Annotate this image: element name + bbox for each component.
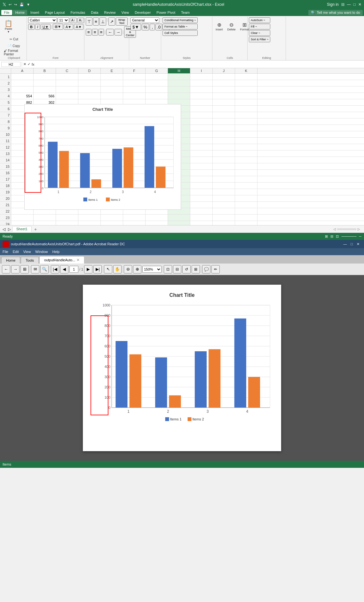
indent-dec-btn[interactable]: ←	[106, 29, 114, 36]
table-cell[interactable]	[190, 183, 213, 189]
view-normal-btn[interactable]: ⊞	[325, 234, 328, 239]
table-cell[interactable]	[213, 93, 235, 99]
pdf-fit-width-btn[interactable]: ⊟	[173, 265, 181, 273]
table-cell[interactable]	[56, 221, 78, 225]
col-header-j[interactable]: J	[213, 68, 235, 73]
table-cell[interactable]: 554	[11, 93, 34, 99]
table-cell[interactable]	[11, 80, 34, 86]
table-cell[interactable]	[235, 195, 257, 201]
table-cell[interactable]	[213, 125, 235, 131]
table-cell[interactable]	[235, 189, 257, 195]
table-cell[interactable]	[190, 131, 213, 137]
pdf-last-page-btn[interactable]: ▶|	[93, 265, 102, 273]
pdf-max-btn[interactable]: □	[349, 242, 355, 246]
signin-btn[interactable]: Sign in	[327, 2, 339, 7]
pdf-zoom-out-btn[interactable]: ⊖	[124, 265, 132, 273]
table-cell[interactable]	[213, 195, 235, 201]
table-cell[interactable]	[11, 74, 34, 80]
pdf-tab-document[interactable]: outputHandleAuto... ✕	[39, 256, 84, 264]
pdf-menu-view[interactable]: View	[23, 250, 31, 254]
table-cell[interactable]	[190, 157, 213, 163]
table-cell[interactable]	[56, 93, 78, 99]
pdf-prev-page-btn[interactable]: ◀	[60, 265, 68, 273]
table-cell[interactable]	[101, 86, 123, 93]
table-cell[interactable]	[235, 221, 257, 225]
table-cell[interactable]	[78, 80, 101, 86]
font-name-select[interactable]: Calibri	[28, 17, 57, 23]
table-cell[interactable]	[78, 215, 101, 221]
align-left-btn[interactable]: ≡	[86, 29, 91, 36]
table-cell[interactable]	[168, 86, 190, 93]
menu-review[interactable]: Review	[101, 10, 118, 15]
table-cell[interactable]	[235, 138, 257, 144]
view-layout-btn[interactable]: ⊟	[330, 234, 333, 239]
table-cell[interactable]	[190, 125, 213, 131]
menu-developer[interactable]: Developer	[132, 10, 153, 15]
table-cell[interactable]	[213, 215, 235, 221]
number-format-select[interactable]: General	[131, 17, 159, 23]
border-btn[interactable]: ⊞▼	[53, 24, 63, 30]
table-cell[interactable]	[235, 163, 257, 169]
table-cell[interactable]	[168, 74, 190, 80]
pdf-min-btn[interactable]: —	[341, 242, 349, 246]
sort-filter-btn[interactable]: Sort & Filter ~	[249, 37, 270, 42]
table-cell[interactable]	[34, 80, 56, 86]
table-cell[interactable]	[78, 93, 101, 99]
redo-btn[interactable]: ↪	[14, 3, 17, 7]
table-cell[interactable]	[123, 86, 146, 93]
col-header-b[interactable]: B	[34, 68, 56, 73]
table-cell[interactable]	[11, 221, 34, 225]
autosum-btn[interactable]: AutoSum ~	[249, 17, 270, 23]
formula-input[interactable]	[36, 62, 363, 66]
table-cell[interactable]	[190, 138, 213, 144]
table-cell[interactable]	[235, 80, 257, 86]
menu-data[interactable]: Data	[88, 10, 101, 15]
table-cell[interactable]	[213, 208, 235, 214]
table-cell[interactable]	[235, 157, 257, 163]
table-cell[interactable]	[123, 80, 146, 86]
view-page-btn[interactable]: ⊡	[336, 234, 339, 239]
table-cell[interactable]	[235, 144, 257, 150]
table-cell[interactable]	[101, 221, 123, 225]
menu-power-pivot[interactable]: Power Pivot	[154, 10, 178, 15]
table-cell[interactable]	[213, 80, 235, 86]
insert-btn[interactable]: ⊕ Insert	[214, 17, 225, 35]
font-size-down-btn[interactable]: A↓	[77, 18, 84, 23]
pdf-first-page-btn[interactable]: |◀	[51, 265, 59, 273]
pdf-next-page-btn[interactable]: ▶	[84, 265, 92, 273]
table-cell[interactable]	[235, 86, 257, 93]
pdf-tab-tools[interactable]: Tools	[21, 257, 39, 264]
table-cell[interactable]	[190, 86, 213, 93]
copy-btn[interactable]: 📄 Copy	[3, 43, 25, 49]
menu-team[interactable]: Team	[178, 10, 192, 15]
table-cell[interactable]	[56, 86, 78, 93]
underline-btn[interactable]: U▼	[41, 24, 51, 30]
pdf-zoom-select[interactable]: 150%	[142, 266, 162, 273]
bold-btn[interactable]: B	[28, 24, 35, 30]
table-cell[interactable]	[101, 215, 123, 221]
table-cell[interactable]	[190, 195, 213, 201]
table-cell[interactable]	[190, 150, 213, 157]
insert-function-btn[interactable]: fx	[32, 62, 35, 66]
table-cell[interactable]	[190, 176, 213, 182]
pdf-hand-btn[interactable]: ✋	[113, 265, 122, 273]
menu-view[interactable]: View	[119, 10, 132, 15]
prev-sheet-btn[interactable]: ◁	[1, 227, 7, 232]
table-cell[interactable]: 566	[34, 93, 56, 99]
table-cell[interactable]	[213, 144, 235, 150]
table-cell[interactable]	[190, 163, 213, 169]
cell-styles-btn[interactable]: Cell Styles	[162, 30, 198, 36]
table-cell[interactable]	[146, 74, 168, 80]
wrap-text-btn[interactable]: Wrap Text	[116, 17, 128, 26]
table-cell[interactable]	[190, 189, 213, 195]
table-cell[interactable]	[190, 221, 213, 225]
align-top-btn[interactable]: ⊤	[86, 17, 92, 26]
pdf-menu-help[interactable]: Help	[52, 250, 59, 254]
table-cell[interactable]	[213, 74, 235, 80]
table-cell[interactable]	[213, 106, 235, 112]
search-label[interactable]: Tell me what you want to do	[317, 11, 360, 14]
table-cell[interactable]	[235, 131, 257, 137]
table-cell[interactable]	[235, 176, 257, 182]
table-cell[interactable]	[190, 118, 213, 125]
pdf-zoom-in-btn[interactable]: ⊕	[133, 265, 141, 273]
